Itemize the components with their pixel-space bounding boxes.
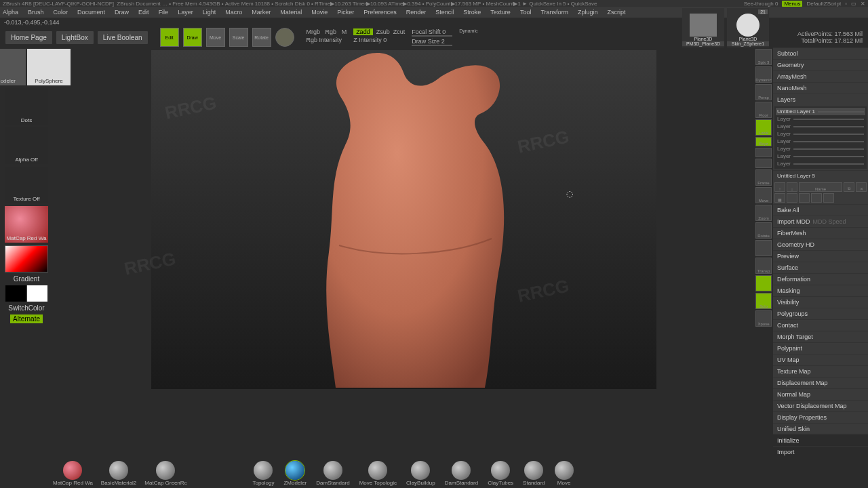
menu-stencil[interactable]: Stencil	[435, 9, 454, 16]
menu-brush[interactable]: Brush	[28, 9, 44, 16]
layer-row[interactable]: Layer	[776, 138, 865, 145]
vdispmap-section[interactable]: Vector Displacement Map	[773, 400, 868, 411]
layer-name-button[interactable]: Name	[799, 182, 842, 192]
visibility-section[interactable]: Visibility	[773, 296, 868, 308]
bxyz-icon[interactable]: Bxyz	[755, 137, 772, 146]
maximize-icon[interactable]: ▭	[851, 1, 856, 7]
brush-claybuildup[interactable]: ClayBuildup	[406, 461, 435, 486]
zadd-button[interactable]: Zadd	[353, 28, 373, 35]
tool-zmodeler[interactable]: ZModeler	[0, 49, 26, 85]
layers-section[interactable]: Layers	[773, 94, 868, 105]
nanomesh-section[interactable]: NanoMesh	[773, 82, 868, 94]
gizmo-icon[interactable]	[275, 28, 294, 47]
uvmap-section[interactable]: UV Map	[773, 354, 868, 365]
displayprops-section[interactable]: Display Properties	[773, 411, 868, 423]
bake-all-button[interactable]: Bake All	[773, 204, 868, 216]
layer-row[interactable]: Layer	[776, 130, 865, 138]
menu-light[interactable]: Light	[203, 9, 216, 16]
layer-row[interactable]: Layer	[776, 115, 865, 123]
layer-row[interactable]: Layer	[776, 152, 865, 160]
menu-render[interactable]: Render	[406, 9, 427, 16]
transp-icon[interactable]: Transp	[755, 258, 772, 274]
mat-redwax[interactable]: MatCap Red Wa	[53, 461, 93, 486]
texture-thumb[interactable]: Texture Off	[5, 167, 48, 203]
menu-edit[interactable]: Edit	[138, 9, 149, 16]
polypaint-section[interactable]: Polypaint	[773, 342, 868, 354]
brush-move[interactable]: Move	[555, 461, 574, 486]
move-icon[interactable]: Move	[755, 187, 772, 203]
masking-section[interactable]: Masking	[773, 285, 868, 296]
import-section[interactable]: Import	[773, 446, 868, 458]
menu-zplugin[interactable]: Zplugin	[578, 9, 598, 16]
gradient-label[interactable]: Gradient	[14, 275, 39, 283]
stroke-thumb[interactable]: Dots	[5, 88, 48, 125]
viewport[interactable]: ◌ RRCG RRCG RRCG RRCG	[53, 47, 754, 434]
menu-draw[interactable]: Draw	[115, 9, 129, 16]
zcut-button[interactable]: Zcut	[393, 28, 406, 35]
layer-down-icon[interactable]: ↓	[787, 182, 797, 192]
brush-standard[interactable]: Standard	[523, 461, 545, 486]
material-thumb[interactable]: MatCap Red Wa	[5, 206, 48, 243]
ghost-icon[interactable]	[755, 275, 772, 291]
unifiedskin-section[interactable]: Unified Skin	[773, 423, 868, 434]
axis2-icon[interactable]	[755, 159, 772, 168]
solo-icon[interactable]: Solo	[755, 293, 772, 309]
menu-zscript[interactable]: Zscript	[608, 9, 626, 16]
menu-transform[interactable]: Transform	[540, 9, 568, 16]
preview-section[interactable]: Preview	[773, 250, 868, 262]
menu-layer[interactable]: Layer	[178, 9, 193, 16]
layer-dup-icon[interactable]: ⧉	[844, 182, 854, 192]
mode-edit-icon[interactable]: Edit	[160, 28, 179, 47]
morphtarget-section[interactable]: Morph Target	[773, 331, 868, 342]
geometry-section[interactable]: Geometry	[773, 59, 868, 70]
brush-damstandard2[interactable]: DamStandard	[445, 461, 478, 486]
fibermesh-section[interactable]: FiberMesh	[773, 227, 868, 239]
surface-section[interactable]: Surface	[773, 262, 868, 273]
rgb-button[interactable]: Rgb	[326, 28, 337, 35]
brush-zmodeler[interactable]: ZModeler	[283, 461, 307, 486]
focal-shift[interactable]: Focal Shift 0	[412, 28, 446, 35]
arraymesh-section[interactable]: ArrayMesh	[773, 70, 868, 82]
mat-basic[interactable]: BasicMaterial2	[101, 461, 136, 486]
frame-icon[interactable]: Frame	[755, 169, 772, 186]
layer-up-icon[interactable]: ↑	[774, 182, 785, 192]
swatch-secondary[interactable]	[5, 285, 26, 302]
menu-alpha[interactable]: Alpha	[3, 9, 18, 16]
menu-macro[interactable]: Macro	[225, 9, 242, 16]
menu-preferences[interactable]: Preferences	[363, 9, 397, 16]
mrgb-button[interactable]: Mrgb	[307, 28, 321, 35]
switchcolor-button[interactable]: SwitchColor	[8, 304, 44, 312]
menu-movie[interactable]: Movie	[311, 9, 328, 16]
quicksave-button[interactable]: QuickSave	[571, 1, 597, 7]
menu-tool[interactable]: Tool	[520, 9, 532, 16]
layer-row[interactable]: Layer	[776, 160, 865, 167]
swatch-primary[interactable]	[27, 285, 47, 302]
subtool-thumb[interactable]: 21 Plane3D Skin_ZSphere1	[727, 8, 769, 47]
spix-icon[interactable]: Spix 3	[755, 49, 772, 65]
layer-row[interactable]: Layer	[776, 145, 865, 152]
menu-texture[interactable]: Texture	[490, 9, 511, 16]
floor-icon[interactable]: Floor	[755, 102, 772, 118]
contact-section[interactable]: Contact	[773, 319, 868, 331]
zoom-icon[interactable]: Zoom	[755, 205, 772, 221]
zsub-button[interactable]: Zsub	[376, 28, 390, 35]
layer-new-icon[interactable]: ▦	[774, 193, 785, 203]
alternate-button[interactable]: Alternate	[10, 314, 43, 323]
mode-draw-icon[interactable]: Draw	[183, 28, 202, 47]
subtool-section[interactable]: Subtool	[773, 47, 868, 59]
brush-claytubes[interactable]: ClayTubes	[488, 461, 513, 486]
lightbox-button[interactable]: LightBox	[56, 31, 94, 44]
polygroups-section[interactable]: Polygroups	[773, 308, 868, 319]
local-icon[interactable]: Local	[755, 119, 772, 136]
mode-scale-icon[interactable]: Scale	[229, 28, 248, 47]
menu-file[interactable]: File	[159, 9, 169, 16]
mode-move-icon[interactable]: Move	[206, 28, 225, 47]
subtool-thumb[interactable]: Plane3D PM3D_Plane3D	[682, 8, 724, 47]
initialize-section[interactable]: Initialize	[773, 434, 868, 446]
menu-color[interactable]: Color	[54, 9, 68, 16]
rgb-intensity[interactable]: Rgb Intensity	[307, 37, 347, 43]
tool-polysphere[interactable]: PolySphere	[27, 49, 71, 85]
minimize-icon[interactable]: ▫	[845, 1, 847, 7]
close-icon[interactable]: ✕	[861, 1, 865, 7]
normalmap-section[interactable]: Normal Map	[773, 388, 868, 400]
